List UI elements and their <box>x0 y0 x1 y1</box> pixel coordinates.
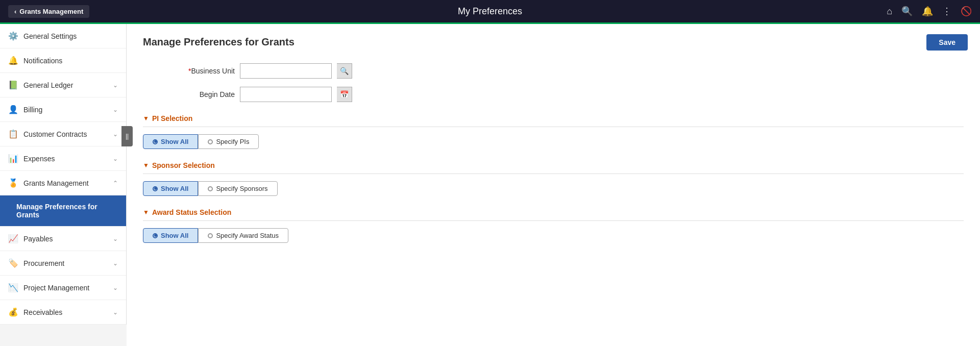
show-all-sponsor-button[interactable]: Show All <box>143 181 198 196</box>
home-icon[interactable]: ⌂ <box>887 6 892 17</box>
show-all-pi-label: Show All <box>161 138 188 145</box>
pi-selection-title: PI Selection <box>152 114 192 122</box>
notifications-icon: 🔔 <box>8 56 18 65</box>
procurement-icon: 🏷️ <box>8 258 18 268</box>
top-header: ‹ Grants Management My Preferences ⌂ 🔍 🔔… <box>0 0 980 22</box>
show-all-award-button[interactable]: Show All <box>143 228 198 243</box>
sidebar: ⚙️ General Settings 🔔 Notifications 📗 Ge… <box>0 24 127 325</box>
show-all-award-radio-dot <box>153 233 158 238</box>
sidebar-item-expenses[interactable]: 📊 Expenses ⌄ <box>0 146 126 171</box>
back-button[interactable]: ‹ Grants Management <box>8 5 89 18</box>
receivables-icon: 💰 <box>8 307 18 317</box>
sidebar-label-receivables: Receivables <box>23 308 108 316</box>
show-all-pi-button[interactable]: Show All <box>143 134 198 149</box>
specify-pis-button[interactable]: Specify PIs <box>198 134 259 149</box>
specify-sponsors-button[interactable]: Specify Sponsors <box>198 181 277 196</box>
sidebar-label-customer-contracts: Customer Contracts <box>23 130 108 138</box>
chevron-down-icon: ⌄ <box>113 155 118 162</box>
ledger-icon: 📗 <box>8 80 18 90</box>
show-all-sponsor-radio-dot <box>153 186 158 191</box>
award-status-selection-header: ▼ Award Status Selection <box>143 208 964 221</box>
business-unit-input[interactable] <box>240 63 332 79</box>
sidebar-label-payables: Payables <box>23 235 108 243</box>
chevron-down-icon: ⌄ <box>113 309 118 316</box>
chevron-down-icon: ⌄ <box>113 260 118 267</box>
sponsor-selection-header: ▼ Sponsor Selection <box>143 161 964 174</box>
sidebar-label-general-ledger: General Ledger <box>23 81 108 89</box>
sponsor-selection-title: Sponsor Selection <box>152 161 215 169</box>
sidebar-item-general-settings[interactable]: ⚙️ General Settings <box>0 24 126 48</box>
business-unit-search-icon[interactable]: 🔍 <box>337 63 352 79</box>
payables-icon: 📈 <box>8 234 18 243</box>
show-all-award-label: Show All <box>161 232 188 239</box>
back-label: Grants Management <box>19 8 83 15</box>
content-area: Manage Preferences for Grants Save *Busi… <box>127 24 980 346</box>
specify-pis-radio-dot <box>208 139 213 144</box>
begin-date-row: Begin Date 📅 <box>143 87 964 102</box>
award-section-chevron-icon[interactable]: ▼ <box>143 209 149 216</box>
main-layout: ⚙️ General Settings 🔔 Notifications 📗 Ge… <box>0 24 980 346</box>
sidebar-label-manage-preferences: Manage Preferences for Grants <box>16 203 118 219</box>
contracts-icon: 📋 <box>8 129 18 139</box>
sidebar-item-receivables[interactable]: 💰 Receivables ⌄ <box>0 300 126 325</box>
pi-selection-header: ▼ PI Selection <box>143 114 964 127</box>
project-icon: 📉 <box>8 283 18 292</box>
specify-sponsors-label: Specify Sponsors <box>216 185 267 192</box>
sidebar-label-notifications: Notifications <box>23 57 118 65</box>
sidebar-item-notifications[interactable]: 🔔 Notifications <box>0 48 126 73</box>
expenses-icon: 📊 <box>8 154 18 163</box>
business-unit-row: *Business Unit 🔍 <box>143 63 964 79</box>
chevron-up-icon: ⌃ <box>113 180 118 187</box>
pi-section-chevron-icon[interactable]: ▼ <box>143 115 149 122</box>
sidebar-label-project-management: Project Management <box>23 284 108 292</box>
begin-date-input[interactable] <box>240 87 332 102</box>
specify-award-status-label: Specify Award Status <box>216 232 279 239</box>
pi-selection-radio-group: Show All Specify PIs <box>143 134 964 149</box>
search-icon[interactable]: 🔍 <box>901 6 913 17</box>
chevron-down-icon: ⌄ <box>113 284 118 291</box>
sidebar-item-general-ledger[interactable]: 📗 General Ledger ⌄ <box>0 73 126 97</box>
chevron-down-icon: ⌄ <box>113 106 118 113</box>
sidebar-label-billing: Billing <box>23 106 108 114</box>
sidebar-item-project-management[interactable]: 📉 Project Management ⌄ <box>0 276 126 300</box>
chevron-down-icon: ⌄ <box>113 235 118 242</box>
chevron-down-icon: ⌄ <box>113 131 118 138</box>
sidebar-item-grants-management[interactable]: 🏅 Grants Management ⌃ <box>0 171 126 195</box>
specify-pis-label: Specify PIs <box>216 138 249 145</box>
chevron-down-icon: ⌄ <box>113 82 118 89</box>
page-title: Manage Preferences for Grants <box>143 36 964 48</box>
calendar-icon[interactable]: 📅 <box>337 87 352 102</box>
award-status-selection-title: Award Status Selection <box>152 208 231 216</box>
sponsor-section-chevron-icon[interactable]: ▼ <box>143 162 149 169</box>
sidebar-item-procurement[interactable]: 🏷️ Procurement ⌄ <box>0 251 126 276</box>
sidebar-label-expenses: Expenses <box>23 155 108 163</box>
show-all-pi-radio-dot <box>153 139 158 144</box>
business-unit-label: *Business Unit <box>143 67 235 75</box>
settings-icon: ⚙️ <box>8 31 18 41</box>
specify-award-status-button[interactable]: Specify Award Status <box>198 228 288 243</box>
specify-sponsors-radio-dot <box>208 186 213 191</box>
bell-icon[interactable]: 🔔 <box>922 6 933 17</box>
back-chevron-icon: ‹ <box>14 8 16 15</box>
sidebar-label-procurement: Procurement <box>23 259 108 267</box>
show-all-sponsor-label: Show All <box>161 185 188 192</box>
sidebar-wrapper: ⚙️ General Settings 🔔 Notifications 📗 Ge… <box>0 24 127 346</box>
billing-icon: 👤 <box>8 105 18 114</box>
block-icon[interactable]: 🚫 <box>961 6 972 17</box>
begin-date-label: Begin Date <box>143 90 235 98</box>
header-title: My Preferences <box>458 6 522 17</box>
save-button[interactable]: Save <box>926 34 968 51</box>
sidebar-label-general-settings: General Settings <box>23 32 118 40</box>
required-marker: * <box>188 67 191 75</box>
grants-icon: 🏅 <box>8 178 18 188</box>
sidebar-item-manage-preferences[interactable]: Manage Preferences for Grants <box>0 195 126 227</box>
award-status-radio-group: Show All Specify Award Status <box>143 228 964 243</box>
sponsor-selection-radio-group: Show All Specify Sponsors <box>143 181 964 196</box>
sidebar-item-payables[interactable]: 📈 Payables ⌄ <box>0 227 126 251</box>
header-icons: ⌂ 🔍 🔔 ⋮ 🚫 <box>887 6 972 17</box>
menu-icon[interactable]: ⋮ <box>942 6 951 17</box>
sidebar-item-customer-contracts[interactable]: 📋 Customer Contracts ⌄ <box>0 122 126 146</box>
sidebar-item-billing[interactable]: 👤 Billing ⌄ <box>0 97 126 122</box>
sidebar-collapse-button[interactable]: || <box>121 126 133 146</box>
specify-award-status-radio-dot <box>208 233 213 238</box>
